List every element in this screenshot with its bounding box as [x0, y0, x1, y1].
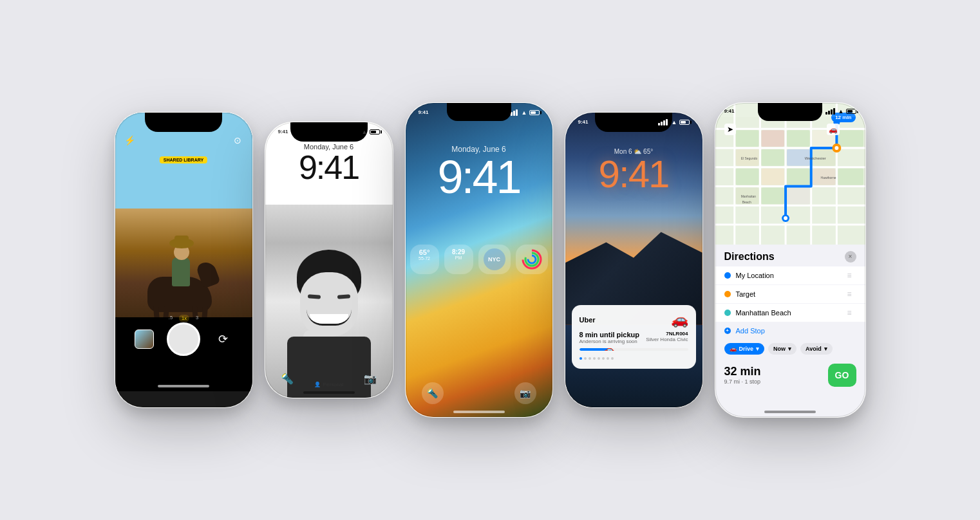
- phone-maps: 9:41 ▲: [715, 102, 866, 418]
- map-area[interactable]: 9:41 ▲: [715, 103, 865, 254]
- time-display: 9:41: [419, 109, 429, 116]
- my-location-dot: [724, 272, 731, 279]
- svg-rect-15: [735, 130, 759, 147]
- uber-header: Uber 🚗: [580, 311, 688, 328]
- shared-library-badge: SHARED LIBRARY: [160, 156, 207, 163]
- directions-title: Directions: [724, 251, 775, 263]
- zoom-0.5[interactable]: .5: [169, 315, 173, 322]
- flip-camera-icon[interactable]: ⟳: [213, 330, 232, 349]
- status-icons: ▲: [508, 109, 540, 116]
- map-svg: Westchester El Segundo Hawthorne Manhatt…: [715, 103, 865, 254]
- phone-camera: ⚡ SHARED LIBRARY ⊙: [115, 112, 253, 408]
- status-icons: ▲: [825, 108, 856, 115]
- activity-widget: [516, 245, 548, 274]
- car-mode-icon[interactable]: 🚗: [827, 124, 840, 135]
- manhattan-beach-row[interactable]: Manhattan Beach ≡: [715, 304, 865, 322]
- svg-rect-19: [838, 130, 863, 147]
- zoom-1x[interactable]: 1x: [179, 315, 189, 322]
- zoom-3[interactable]: 3: [196, 315, 198, 322]
- wifi-icon: ▲: [522, 109, 527, 116]
- my-location-label: My Location: [736, 272, 842, 279]
- my-location-row[interactable]: My Location ≡: [715, 266, 865, 284]
- photo-thumbnail[interactable]: [135, 330, 154, 349]
- camera-controls: .5 1x 3 ⟳: [115, 317, 252, 391]
- svg-text:Westchester: Westchester: [804, 156, 825, 160]
- camera-lock-icon[interactable]: 📷: [361, 369, 379, 387]
- uber-plate: 7NLR004: [646, 331, 688, 337]
- drive-label: Drive: [739, 346, 754, 352]
- home-indicator: [764, 411, 816, 413]
- svg-text:Hawthorne: Hawthorne: [820, 176, 836, 180]
- svg-text:El Segundo: El Segundo: [740, 157, 757, 160]
- dot-6: [602, 357, 605, 360]
- phone-colorful: 9:41 ▲ Monday, June 6 9:41: [405, 102, 553, 418]
- bw-bottom-bar: 🔦 👤 Personal 📷: [265, 315, 393, 398]
- battery-icon: [370, 129, 380, 135]
- dot-4: [593, 357, 596, 360]
- dot-3: [589, 357, 591, 360]
- drag-handle[interactable]: ≡: [847, 308, 856, 317]
- transport-row: 🚗 Drive ▾ Now ▾ Avoid ▾: [715, 339, 865, 358]
- sunset-time-area: Mon 6 ⛅ 65° 9:41: [565, 148, 702, 194]
- target-dot: [724, 291, 731, 297]
- colorful-time-area: Monday, June 6 9:41: [406, 145, 552, 200]
- add-stop-row[interactable]: + Add Stop: [715, 322, 865, 339]
- svg-point-35: [834, 146, 838, 150]
- svg-rect-16: [761, 130, 784, 147]
- add-stop-label[interactable]: Add Stop: [736, 327, 765, 335]
- svg-rect-24: [735, 169, 759, 185]
- avoid-option[interactable]: Avoid ▾: [800, 343, 833, 355]
- eta-row: 32 min 9.7 mi · 1 stop GO: [715, 358, 865, 391]
- camera-icon[interactable]: 📷: [514, 382, 536, 404]
- shutter-button[interactable]: [167, 322, 200, 356]
- home-indicator: [303, 391, 355, 394]
- flashlight-icon[interactable]: 🔦: [278, 369, 296, 387]
- svg-rect-31: [787, 187, 810, 204]
- uber-sub-msg: Anderson is arriving soon: [580, 339, 640, 344]
- svg-rect-28: [838, 169, 863, 185]
- drive-icon: 🚗: [730, 346, 737, 352]
- battery-icon: [529, 110, 540, 115]
- dot-5: [598, 357, 600, 360]
- uber-car-desc: Silver Honda Civic: [646, 337, 688, 342]
- svg-rect-17: [787, 130, 810, 147]
- now-chevron: ▾: [788, 346, 791, 352]
- notch: [447, 103, 511, 121]
- uber-logo: Uber: [580, 316, 596, 324]
- battery-icon: [846, 109, 856, 114]
- location-arrow[interactable]: ➤: [724, 124, 736, 135]
- drive-chevron: ▾: [756, 346, 759, 352]
- flashlight-icon[interactable]: 🔦: [422, 382, 444, 404]
- flash-icon[interactable]: ⚡: [123, 133, 137, 147]
- personal-badge: 👤 Personal: [314, 382, 344, 387]
- time-display: 9:41: [278, 129, 288, 135]
- status-icons: ▲: [348, 129, 380, 135]
- avoid-chevron: ▾: [824, 346, 827, 352]
- bw-screen: 9:41 ▲ Monday, June 6 9:41: [265, 122, 393, 398]
- drag-handle[interactable]: ≡: [847, 290, 856, 299]
- signal-icon: [348, 129, 358, 135]
- now-option[interactable]: Now ▾: [768, 343, 796, 355]
- go-button[interactable]: GO: [828, 364, 856, 387]
- eta-sub: 9.7 mi · 1 stop: [724, 378, 761, 385]
- close-button[interactable]: ×: [845, 251, 856, 263]
- svg-rect-21: [761, 149, 784, 166]
- drive-option[interactable]: 🚗 Drive ▾: [724, 343, 765, 355]
- signal-icon: [825, 108, 835, 115]
- add-stop-plus-icon[interactable]: +: [724, 328, 731, 334]
- home-indicator: [453, 411, 505, 413]
- drag-handle[interactable]: ≡: [847, 271, 856, 280]
- svg-point-33: [784, 216, 787, 220]
- uber-card: Uber 🚗 8 min until pickup Anderson is ar…: [572, 305, 696, 369]
- colorful-screen: 9:41 ▲ Monday, June 6 9:41: [406, 103, 552, 417]
- wifi-icon: ▲: [838, 108, 844, 115]
- notch: [145, 113, 222, 132]
- dot-2: [584, 357, 587, 360]
- map-time: 9:41: [724, 108, 735, 115]
- battery-icon: [679, 120, 690, 125]
- settings-icon[interactable]: ⊙: [231, 133, 245, 147]
- time-widget: 8:29 PM: [444, 245, 473, 274]
- notch: [758, 103, 822, 121]
- target-row[interactable]: Target ≡: [715, 285, 865, 303]
- zoom-bar[interactable]: .5 1x 3: [169, 315, 198, 322]
